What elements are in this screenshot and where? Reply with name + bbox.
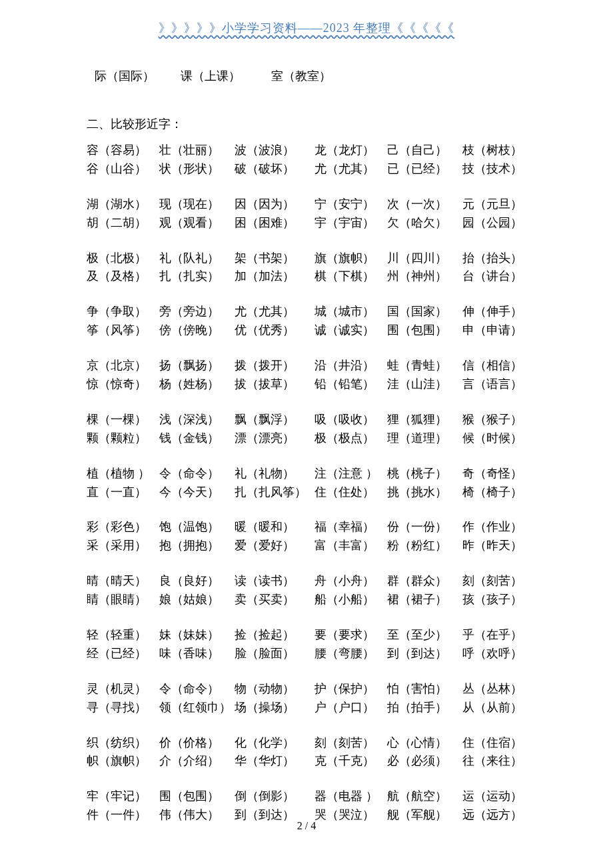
group: 牢（牢记）围（包围）倒（倒影）器（电器 ）航（航空）运（运动）件（一件）伟（伟大… [87,787,526,825]
cell: 棋（下棋） [314,267,387,286]
cell: 蛙（青蛙） [387,357,462,375]
cell: 经（已经） [87,645,159,663]
cell: 飘（飘浮） [235,411,314,429]
cell: 困（困难） [235,214,314,233]
cell: 扎（扎实） [159,267,235,286]
cell: 饱（温饱） [159,518,235,537]
cell: 爱（爱好） [235,537,314,555]
cell: 物（动物） [235,680,314,699]
cell: 杨（姓杨） [159,375,235,394]
page-header: 》》》》》小学学习资料——2023 年整理《《《《《 [87,20,526,36]
cell: 理（道理） [387,429,462,448]
cell: 寻（寻找） [87,699,159,717]
cell: 龙（龙灯） [314,141,387,160]
cell: 富（丰富） [314,537,387,555]
cell: 极（极点） [314,429,387,448]
cell: 傍（傍晚） [159,321,235,340]
cell: 福（幸福） [314,518,387,537]
cell: 胡（二胡） [87,214,159,233]
cell: 价（价格） [159,734,235,753]
cell: 争（争取） [87,303,159,321]
cell: 扬（飘扬） [159,357,235,375]
table-row: 轻（轻重）妹（妹妹）捡（捡起）要（要求）至（至少）乎（在乎） [87,626,526,645]
table-row: 寻（寻找）领（红领巾）场（操场）户（户口）拍（拍手）从（从前） [87,699,526,717]
table-row: 胡（二胡）观（观看）困（困难）宇（宇宙）欠（哈欠）园（公园） [87,214,526,233]
cell: 优（优秀） [235,321,314,340]
cell: 漂（漂亮） [235,429,314,448]
cell: 帜（旗帜） [87,752,159,771]
cell: 灵（机灵） [87,680,159,699]
group: 棵（一棵）浅（深浅）飘（飘浮）吸（吸收）狸（狐狸）猴（猴子）颗（颗粒）钱（金钱）… [87,411,526,448]
cell: 必（必须） [387,752,462,771]
group: 京（北京）扬（飘扬）拨（拨开）沿（井沿）蛙（青蛙）信（相信）惊（惊奇）杨（姓杨）… [87,357,526,394]
cell: 及（及格） [87,267,159,286]
cell: 户（户口） [314,699,387,717]
table-row: 京（北京）扬（飘扬）拨（拨开）沿（井沿）蛙（青蛙）信（相信） [87,357,526,375]
group: 晴（晴天）良（良好）读（读书）舟（小舟）群（群众）刻（刻苦）睛（眼睛）娘（姑娘）… [87,572,526,609]
cell: 抱（拥抱） [159,537,235,555]
line1: 际（国际） 课（上课） 室（教室） [95,68,526,84]
cell: 拔（拔草） [235,375,314,394]
cell: 礼（礼物） [235,465,314,483]
table-row: 织（纺织）价（价格）化（化学）刻（刻苦）心（心情）住（住宿） [87,734,526,753]
table-row: 谷（山谷）状（形状）破（破坏）尤（尤其）已（已经）技（技术） [87,160,526,179]
cell: 破（破坏） [235,160,314,179]
cell: 到（到达） [387,645,462,663]
cell: 钱（金钱） [159,429,235,448]
group: 彩（彩色）饱（温饱）暖（暖和）福（幸福）份（一份）作（作业）采（采用）抱（拥抱）… [87,518,526,555]
line1-item: 课（上课） [181,69,241,83]
cell: 读（读书） [235,572,314,591]
table-row: 植（植物 ）令（命令）礼（礼物）注（注意 ）桃（桃子）奇（奇怪） [87,465,526,483]
cell: 拨（拨开） [235,357,314,375]
cell: 波（波浪） [235,141,314,160]
cell: 湖（湖水） [87,195,159,214]
table-row: 直（一直）今（今天）扎（扎风筝）住（住处）挑（挑水）椅（椅子） [87,483,526,502]
cell: 宁（安宁） [314,195,387,214]
cell: 围（包围） [387,321,462,340]
cell: 令（命令） [159,680,235,699]
cell: 至（至少） [387,626,462,645]
cell: 裙（裙子） [387,591,462,609]
cell: 场（操场） [235,699,314,717]
cell: 扎（扎风筝） [235,483,314,502]
table-row: 争（争取）旁（旁边）尤（尤其）城（城市）国（国家）伸（伸手） [87,303,526,321]
cell: 加（加法） [235,267,314,286]
cell: 味（香味） [159,645,235,663]
cell: 怕（害怕） [387,680,462,699]
cell: 围（包围） [159,787,235,806]
cell: 拍（拍手） [387,699,462,717]
cell: 桃（桃子） [387,465,462,483]
cell: 娘（姑娘） [159,591,235,609]
cell: 植（植物 ） [87,465,159,483]
cell: 轻（轻重） [87,626,159,645]
cell: 今（今天） [159,483,235,502]
group: 织（纺织）价（价格）化（化学）刻（刻苦）心（心情）住（住宿）帜（旗帜）介（介绍）… [87,734,526,771]
cell: 惊（惊奇） [87,375,159,394]
cell: 粉（粉红） [387,537,462,555]
cell: 状（形状） [159,160,235,179]
cell: 京（北京） [87,357,159,375]
table-row: 牢（牢记）围（包围）倒（倒影）器（电器 ）航（航空）运（运动） [87,787,526,806]
cell: 架（书架） [235,249,314,268]
cell: 群（群众） [387,572,462,591]
cell: 要（要求） [314,626,387,645]
table-row: 容（容易）壮（壮丽）波（波浪）龙（龙灯）己（自己）枝（树枝） [87,141,526,160]
cell: 暖（暖和） [235,518,314,537]
group: 湖（湖水）现（现在）因（因为）宁（安宁）次（一次）元（元旦）胡（二胡）观（观看）… [87,195,526,233]
cell: 筝（风筝） [87,321,159,340]
cell: 尤（尤其） [235,303,314,321]
table-row: 经（已经）味（香味）脸（脸面）腰（弯腰）到（到达）呼（欢呼） [87,645,526,663]
cell: 城（城市） [314,303,387,321]
group: 植（植物 ）令（命令）礼（礼物）注（注意 ）桃（桃子）奇（奇怪）直（一直）今（今… [87,465,526,502]
table-row: 颗（颗粒）钱（金钱）漂（漂亮）极（极点）理（道理）候（时候） [87,429,526,448]
group: 轻（轻重）妹（妹妹）捡（捡起）要（要求）至（至少）乎（在乎）经（已经）味（香味）… [87,626,526,663]
table-row: 采（采用）抱（拥抱）爱（爱好）富（丰富）粉（粉红）昨（昨天） [87,537,526,555]
group: 灵（机灵）令（命令）物（动物）护（保护）怕（害怕）丛（丛林）寻（寻找）领（红领巾… [87,680,526,717]
table-row: 惊（惊奇）杨（姓杨）拔（拔草）铅（铅笔）洼（山洼）言（语言） [87,375,526,394]
cell: 晴（晴天） [87,572,159,591]
cell: 国（国家） [387,303,462,321]
cell: 心（心情） [387,734,462,753]
cell: 舟（小舟） [314,572,387,591]
cell: 刻（刻苦） [314,734,387,753]
line1-item: 室（教室） [271,69,331,83]
